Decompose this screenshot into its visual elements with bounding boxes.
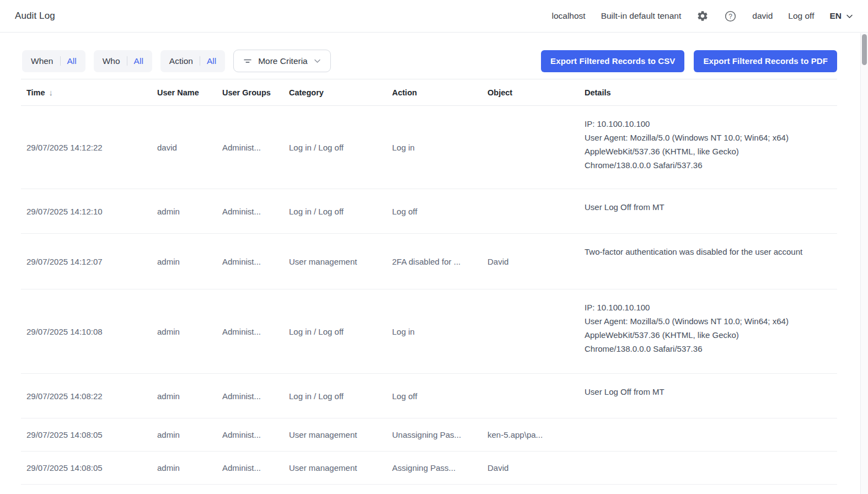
cell-user-name: admin xyxy=(152,452,217,485)
host-label: localhost xyxy=(551,11,585,21)
vertical-scrollbar-track[interactable] xyxy=(860,33,868,494)
cell-time: 29/07/2025 14:08:05 xyxy=(21,418,152,452)
cell-details xyxy=(579,452,837,485)
cell-details: User Log Off from MT xyxy=(579,189,837,234)
toolbar: When All Who All Action All More Criteri… xyxy=(0,50,868,72)
column-header-category[interactable]: Category xyxy=(283,79,387,106)
topbar: Audit Log localhost Built-in default ten… xyxy=(0,0,868,33)
more-criteria-button[interactable]: More Criteria xyxy=(233,50,331,72)
cell-time: 29/07/2025 14:10:08 xyxy=(21,289,152,374)
cell-object xyxy=(482,189,579,234)
cell-user-groups: Administ... xyxy=(217,452,283,485)
column-label: Time xyxy=(26,88,45,97)
column-header-user-name[interactable]: User Name xyxy=(152,79,217,106)
table-header-row: Time↓ User Name User Groups Category Act… xyxy=(21,79,837,106)
cell-category: User management xyxy=(283,418,387,452)
cell-time: 29/07/2025 14:12:07 xyxy=(21,234,152,289)
column-header-object[interactable]: Object xyxy=(482,79,579,106)
cell-user-groups: Administ... xyxy=(217,106,283,189)
cell-details xyxy=(579,418,837,452)
cell-category: Log in / Log off xyxy=(283,106,387,189)
user-menu[interactable]: david xyxy=(752,11,773,21)
table-row: 29/07/2025 14:08:05 admin Administ... Us… xyxy=(21,452,837,485)
settings-button[interactable] xyxy=(696,10,709,22)
cell-object xyxy=(482,106,579,189)
language-selector[interactable]: EN xyxy=(829,11,854,21)
table-row: 29/07/2025 14:08:22 admin Administ... Lo… xyxy=(21,374,837,418)
cell-category: User management xyxy=(283,452,387,485)
cell-object: David xyxy=(482,234,579,289)
filter-chip-label: When xyxy=(31,56,53,66)
cell-user-name: admin xyxy=(152,418,217,452)
table-row: 29/07/2025 14:08:05 admin Administ... Us… xyxy=(21,418,837,452)
gear-icon xyxy=(696,10,709,22)
cell-user-name: admin xyxy=(152,289,217,374)
logoff-link[interactable]: Log off xyxy=(788,11,814,21)
cell-user-groups: Administ... xyxy=(217,234,283,289)
cell-user-name: admin xyxy=(152,234,217,289)
tenant-label: Built-in default tenant xyxy=(601,11,682,21)
audit-log-table-wrap: Time↓ User Name User Groups Category Act… xyxy=(21,79,837,485)
chevron-down-icon xyxy=(845,12,854,20)
audit-log-table: Time↓ User Name User Groups Category Act… xyxy=(21,79,837,485)
filter-chip-who[interactable]: Who All xyxy=(94,50,152,72)
cell-details: User Log Off from MT xyxy=(579,374,837,418)
language-label: EN xyxy=(829,11,842,21)
cell-time: 29/07/2025 14:08:22 xyxy=(21,374,152,418)
vertical-scrollbar-thumb[interactable] xyxy=(862,34,867,65)
cell-time: 29/07/2025 14:08:05 xyxy=(21,452,152,485)
export-csv-button[interactable]: Export Filtered Records to CSV xyxy=(541,50,684,72)
cell-category: Log in / Log off xyxy=(283,289,387,374)
cell-action: 2FA disabled for ... xyxy=(387,234,482,289)
chip-divider xyxy=(200,56,200,66)
cell-action: Unassigning Pas... xyxy=(387,418,482,452)
filter-chip-label: Action xyxy=(169,56,193,66)
chip-divider xyxy=(127,56,127,66)
export-pdf-button[interactable]: Export Filtered Records to PDF xyxy=(694,50,837,72)
column-header-action[interactable]: Action xyxy=(387,79,482,106)
filter-chip-action[interactable]: Action All xyxy=(160,50,225,72)
filter-chip-value: All xyxy=(207,56,216,66)
table-row: 29/07/2025 14:12:10 admin Administ... Lo… xyxy=(21,189,837,234)
column-label: User Groups xyxy=(222,88,271,97)
cell-action: Log off xyxy=(387,374,482,418)
more-criteria-label: More Criteria xyxy=(258,56,308,66)
column-label: Details xyxy=(585,88,611,97)
cell-user-name: admin xyxy=(152,374,217,418)
filter-chip-value: All xyxy=(134,56,143,66)
filter-chip-value: All xyxy=(67,56,77,66)
filter-chips: When All Who All Action All More Criteri… xyxy=(22,50,331,72)
table-row: 29/07/2025 14:10:08 admin Administ... Lo… xyxy=(21,289,837,374)
column-header-details[interactable]: Details xyxy=(579,79,837,106)
cell-action: Assigning Pass... xyxy=(387,452,482,485)
filter-icon xyxy=(243,56,253,66)
export-buttons: Export Filtered Records to CSV Export Fi… xyxy=(541,50,837,72)
cell-category: Log in / Log off xyxy=(283,189,387,234)
svg-text:?: ? xyxy=(728,12,732,20)
cell-object xyxy=(482,374,579,418)
column-header-user-groups[interactable]: User Groups xyxy=(217,79,283,106)
page-title: Audit Log xyxy=(15,10,55,22)
cell-action: Log off xyxy=(387,189,482,234)
cell-object: David xyxy=(482,452,579,485)
cell-user-name: david xyxy=(152,106,217,189)
table-row: 29/07/2025 14:12:07 admin Administ... Us… xyxy=(21,234,837,289)
cell-details: IP: 10.100.10.100 User Agent: Mozilla/5.… xyxy=(579,106,837,189)
column-label: Action xyxy=(392,88,417,97)
cell-user-groups: Administ... xyxy=(217,189,283,234)
cell-action: Log in xyxy=(387,289,482,374)
table-body: 29/07/2025 14:12:22 david Administ... Lo… xyxy=(21,106,837,485)
sort-desc-icon: ↓ xyxy=(49,88,53,97)
filter-chip-when[interactable]: When All xyxy=(22,50,85,72)
cell-category: Log in / Log off xyxy=(283,374,387,418)
help-icon: ? xyxy=(724,10,737,23)
cell-action: Log in xyxy=(387,106,482,189)
cell-user-groups: Administ... xyxy=(217,374,283,418)
column-header-time[interactable]: Time↓ xyxy=(21,79,152,106)
cell-details: Two-factor authentication was disabled f… xyxy=(579,234,837,289)
help-button[interactable]: ? xyxy=(724,10,737,23)
column-label: User Name xyxy=(157,88,199,97)
cell-user-groups: Administ... xyxy=(217,289,283,374)
cell-time: 29/07/2025 14:12:10 xyxy=(21,189,152,234)
cell-object: ken-5.app\pa... xyxy=(482,418,579,452)
